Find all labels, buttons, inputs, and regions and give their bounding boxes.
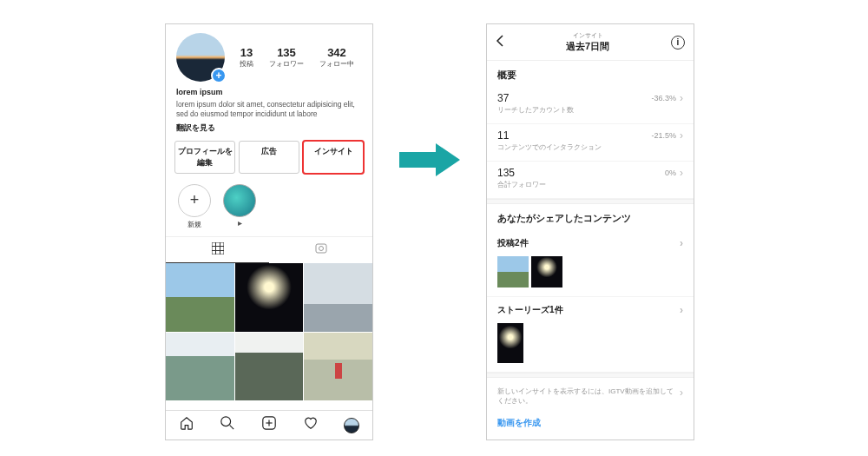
story-highlight[interactable]: ▸ — [223, 184, 256, 229]
chevron-right-icon: › — [680, 237, 683, 249]
new-story[interactable]: + 新規 — [178, 184, 211, 229]
stories-thumbnails — [487, 323, 694, 373]
post-thumbnail[interactable] — [531, 256, 562, 287]
followers-label: フォロワー — [269, 59, 304, 69]
followers-delta: 0% — [665, 169, 676, 177]
stats-row: 13 投稿 135 フォロワー 342 フォロー中 — [225, 33, 362, 82]
posts-thumbnails — [487, 256, 694, 297]
igtv-note-text: 新しいインサイトを表示するには、IGTV動画を追加してください。 — [497, 387, 680, 406]
svg-point-1 — [319, 246, 323, 250]
profile-avatar[interactable]: + — [176, 33, 225, 82]
profile-name: lorem ipsum — [176, 87, 362, 98]
interactions-label: コンテンツでのインタラクション — [497, 142, 602, 152]
posts-label: 投稿 — [240, 59, 253, 69]
heart-icon[interactable] — [303, 415, 319, 435]
insights-button[interactable]: インサイト — [303, 141, 364, 174]
arrow-icon — [399, 143, 460, 176]
story-thumbnail[interactable] — [497, 323, 523, 363]
post-thumbnail[interactable] — [166, 263, 234, 332]
tagged-tab[interactable] — [269, 237, 372, 263]
plus-icon: + — [178, 184, 211, 217]
ads-button[interactable]: 広告 — [239, 141, 299, 174]
svg-rect-0 — [316, 244, 326, 253]
new-story-label: 新規 — [178, 220, 211, 229]
profile-header: + 13 投稿 135 フォロワー 342 フォロー中 — [166, 24, 372, 87]
info-icon[interactable]: i — [671, 36, 685, 50]
followers-stat[interactable]: 135 フォロワー — [269, 46, 304, 69]
back-icon[interactable] — [496, 35, 504, 50]
posts-grid — [166, 263, 372, 400]
stories-count-label: ストーリーズ1件 — [497, 304, 563, 316]
posts-count-label: 投稿2件 — [497, 237, 529, 249]
svg-line-3 — [230, 426, 234, 430]
followers-metric[interactable]: 135 合計フォロワー 0% › — [487, 162, 694, 199]
grid-icon — [212, 242, 224, 254]
followers-count: 135 — [269, 46, 304, 59]
home-icon[interactable] — [179, 415, 194, 435]
header-period: 過去7日間 — [566, 40, 609, 53]
profile-screen: + 13 投稿 135 フォロワー 342 フォロー中 lorem ipsum … — [165, 23, 373, 440]
reach-label: リーチしたアカウント数 — [497, 105, 574, 115]
post-thumbnail[interactable] — [304, 333, 372, 401]
posts-content-row[interactable]: 投稿2件 › — [487, 230, 694, 256]
post-thumbnail[interactable] — [235, 263, 304, 332]
reach-delta: -36.3% — [651, 94, 676, 102]
edit-profile-button[interactable]: プロフィールを編集 — [174, 141, 235, 174]
translate-link[interactable]: 翻訳を見る — [176, 122, 362, 134]
svg-point-2 — [221, 417, 231, 426]
posts-stat[interactable]: 13 投稿 — [240, 46, 253, 69]
header-subtitle: インサイト — [566, 31, 609, 40]
chevron-right-icon: › — [680, 129, 683, 142]
overview-title: 概要 — [487, 61, 694, 87]
insights-screen: インサイト 過去7日間 i 概要 37 リーチしたアカウント数 -36.3% ›… — [486, 23, 694, 440]
create-video-link[interactable]: 動画を作成 — [487, 414, 694, 438]
story-thumbnail — [223, 184, 256, 217]
profile-bio: lorem ipsum lorem ipsum dolor sit amet, … — [166, 87, 372, 134]
posts-count: 13 — [240, 46, 253, 59]
interactions-metric[interactable]: 11 コンテンツでのインタラクション -21.5% › — [487, 124, 694, 162]
post-thumbnail[interactable] — [497, 256, 529, 287]
interactions-delta: -21.5% — [651, 131, 676, 140]
reach-value: 37 — [497, 92, 574, 104]
chevron-right-icon: › — [680, 304, 683, 316]
search-icon[interactable] — [220, 415, 235, 435]
followers-total-label: 合計フォロワー — [497, 180, 546, 189]
profile-nav-icon[interactable] — [344, 418, 359, 433]
insights-header: インサイト 過去7日間 i — [487, 24, 694, 61]
header-title: インサイト 過去7日間 — [566, 31, 609, 53]
chevron-right-icon: › — [680, 387, 683, 399]
add-icon[interactable]: + — [211, 68, 227, 83]
stories-row: + 新規 ▸ — [166, 181, 372, 236]
post-thumbnail[interactable] — [304, 263, 372, 332]
add-post-icon[interactable] — [261, 415, 277, 435]
followers-value: 135 — [497, 167, 546, 179]
stories-content-row[interactable]: ストーリーズ1件 › — [487, 297, 694, 323]
following-label: フォロー中 — [319, 59, 354, 69]
igtv-row[interactable]: 新しいインサイトを表示するには、IGTV動画を追加してください。 › — [487, 378, 694, 414]
chevron-right-icon: › — [680, 167, 683, 179]
following-stat[interactable]: 342 フォロー中 — [319, 46, 354, 69]
profile-description: lorem ipsum dolor sit amet, consectetur … — [176, 100, 362, 121]
post-thumbnail[interactable] — [166, 333, 234, 401]
view-tabs — [166, 236, 372, 263]
following-count: 342 — [319, 46, 354, 59]
shared-content-title: あなたがシェアしたコンテンツ — [487, 204, 694, 230]
bottom-nav — [166, 410, 372, 439]
reach-metric[interactable]: 37 リーチしたアカウント数 -36.3% › — [487, 87, 694, 124]
chevron-right-icon: › — [680, 92, 683, 104]
post-thumbnail[interactable] — [235, 333, 304, 401]
grid-tab[interactable] — [166, 237, 269, 263]
tagged-icon — [315, 242, 327, 254]
action-buttons: プロフィールを編集 広告 インサイト — [166, 134, 372, 181]
interactions-value: 11 — [497, 129, 602, 142]
reel-icon: ▸ — [223, 218, 256, 228]
